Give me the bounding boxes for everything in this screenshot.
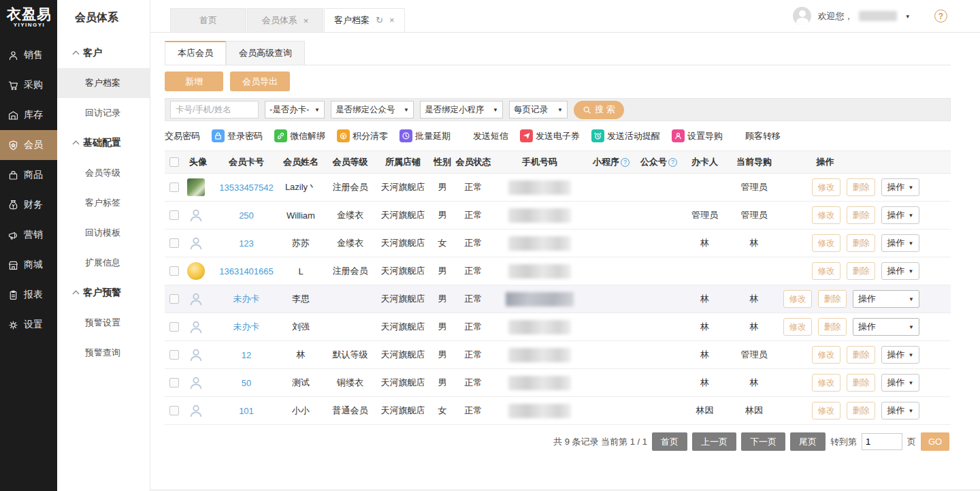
more-actions-dropdown[interactable]: 操作 ▼ [853,290,919,308]
delete-button[interactable]: 删除 [818,318,847,336]
row-checkbox[interactable] [169,322,179,332]
rail-item-inventory[interactable]: 库存 [0,100,57,130]
row-checkbox[interactable] [169,183,179,192]
tab-customer-archive[interactable]: 客户档案 ↻ × [324,8,405,32]
close-icon[interactable]: × [389,15,395,25]
sidebar-item-customer-archive[interactable]: 客户档案 [57,68,150,98]
sidebar-group-customer[interactable]: 客户 [57,38,150,68]
member-card-link[interactable]: 50 [216,378,277,388]
rail-item-finance[interactable]: 财务 [0,190,57,220]
delete-button[interactable]: 删除 [847,206,875,224]
tool-points-clear[interactable]: 积分清零 [337,129,388,142]
select-all-checkbox[interactable] [169,157,179,167]
row-checkbox[interactable] [169,238,179,248]
rail-item-member[interactable]: 会员 [0,130,57,160]
edit-button[interactable]: 修改 [812,206,840,224]
sidebar-group-basic-config[interactable]: 基础配置 [57,128,150,158]
edit-button[interactable]: 修改 [812,262,840,280]
add-button[interactable]: 新增 [165,72,223,91]
row-checkbox[interactable] [169,406,179,415]
delete-button[interactable]: 删除 [847,402,875,419]
tool-set-guide[interactable]: 设置导购 [672,129,723,142]
tool-batch-delay[interactable]: 批量延期 [399,129,451,142]
tool-wechat-unbind[interactable]: 微信解绑 [274,129,325,142]
search-input[interactable] [170,101,259,118]
more-actions-dropdown[interactable]: 操作 ▼ [881,206,919,224]
filter-select-card-status[interactable]: -是否办卡-▼ [265,101,325,118]
row-checkbox[interactable] [169,378,179,387]
member-card-link[interactable]: 未办卡 [216,321,277,333]
help-icon[interactable]: ? [934,10,947,22]
more-actions-dropdown[interactable]: 操作 ▼ [881,402,919,419]
row-checkbox[interactable] [169,294,179,304]
row-checkbox[interactable] [169,210,179,220]
more-actions-dropdown[interactable]: 操作 ▼ [881,374,919,392]
edit-button[interactable]: 修改 [783,290,812,308]
goto-page-input[interactable] [862,433,902,450]
rail-item-report[interactable]: 报表 [0,280,57,310]
tool-send-coupon[interactable]: 发送电子券 [520,129,580,142]
tool-customer-transfer[interactable]: 顾客转移 [745,130,781,142]
tab-home[interactable]: 首页 [170,8,246,32]
rail-item-mall[interactable]: 商城 [0,250,57,280]
edit-button[interactable]: 修改 [812,374,840,392]
search-button[interactable]: 搜 索 [574,101,624,119]
more-actions-dropdown[interactable]: 操作 ▼ [881,262,919,280]
delete-button[interactable]: 删除 [847,234,875,252]
more-actions-dropdown[interactable]: 操作 ▼ [881,178,919,196]
filter-select-official-bound[interactable]: 是否绑定公众号▼ [331,101,414,118]
member-card-link[interactable]: 未办卡 [216,293,277,305]
tool-trade-password[interactable]: 交易密码 [165,130,200,142]
close-icon[interactable]: × [304,16,309,26]
help-icon[interactable]: ? [621,158,630,167]
member-card-link[interactable]: 101 [216,406,277,416]
rail-item-sales[interactable]: 销售 [0,40,57,70]
tool-login-password[interactable]: 登录密码 [212,129,263,142]
subtab-advanced-query[interactable]: 会员高级查询 [226,41,305,65]
tool-activity-remind[interactable]: 发送活动提醒 [591,129,660,142]
subtab-store-members[interactable]: 本店会员 [165,41,226,65]
row-checkbox[interactable] [169,266,179,276]
delete-button[interactable]: 删除 [847,346,875,364]
member-card-link[interactable]: 13631401665 [216,266,277,276]
edit-button[interactable]: 修改 [783,318,812,336]
member-card-link[interactable]: 13533457542 [216,183,277,193]
filter-select-page-size[interactable]: 每页记录▼ [509,101,568,118]
sidebar-item-member-level[interactable]: 会员等级 [57,158,150,188]
sidebar-item-alert-query[interactable]: 预警查询 [57,338,150,368]
rail-item-settings[interactable]: 设置 [0,310,57,340]
delete-button[interactable]: 删除 [847,262,875,280]
edit-button[interactable]: 修改 [812,234,840,252]
next-page-button[interactable]: 下一页 [741,432,785,451]
more-actions-dropdown[interactable]: 操作 ▼ [853,318,919,336]
more-actions-dropdown[interactable]: 操作 ▼ [881,346,919,364]
edit-button[interactable]: 修改 [812,402,840,419]
sidebar-group-customer-alert[interactable]: 客户预警 [57,278,150,308]
row-checkbox[interactable] [169,350,179,360]
rail-item-purchase[interactable]: 采购 [0,70,57,100]
chevron-down-icon[interactable]: ▾ [906,13,909,20]
rail-item-marketing[interactable]: 营销 [0,220,57,250]
go-button[interactable]: GO [921,432,949,451]
member-card-link[interactable]: 123 [216,238,277,249]
member-card-link[interactable]: 250 [216,210,277,221]
member-export-button[interactable]: 会员导出 [230,72,290,91]
more-actions-dropdown[interactable]: 操作 ▼ [881,234,919,252]
edit-button[interactable]: 修改 [812,346,840,364]
edit-button[interactable]: 修改 [812,178,840,196]
rail-item-goods[interactable]: 商品 [0,160,57,190]
sidebar-item-extend-info[interactable]: 扩展信息 [57,248,150,278]
help-icon[interactable]: ? [668,158,677,167]
sidebar-item-alert-settings[interactable]: 预警设置 [57,308,150,338]
delete-button[interactable]: 删除 [847,374,875,392]
prev-page-button[interactable]: 上一页 [692,432,736,451]
first-page-button[interactable]: 首页 [652,432,687,451]
delete-button[interactable]: 删除 [818,290,847,308]
refresh-icon[interactable]: ↻ [376,15,383,25]
filter-select-miniprogram-bound[interactable]: 是否绑定小程序▼ [420,101,503,118]
tab-member-system[interactable]: 会员体系 × [247,8,323,32]
sidebar-item-visit-template[interactable]: 回访模板 [57,218,150,248]
member-card-link[interactable]: 12 [216,350,277,360]
delete-button[interactable]: 删除 [847,178,875,196]
tool-send-sms[interactable]: 发送短信 [473,130,508,142]
